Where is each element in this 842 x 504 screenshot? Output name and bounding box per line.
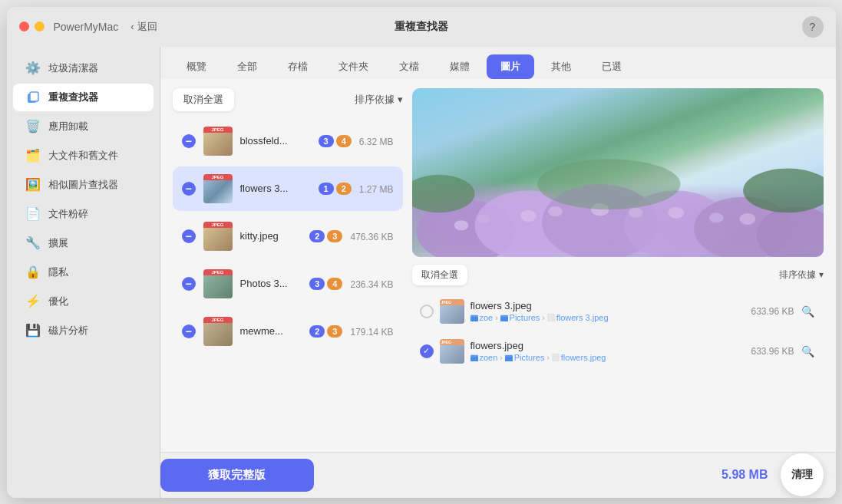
chevron-down-icon: ▾ — [398, 94, 403, 105]
tab-media[interactable]: 媒體 — [436, 54, 484, 79]
back-button[interactable]: ‹ 返回 — [130, 20, 157, 34]
detail-file-info: flowers 3.jpeg zoe › Pictu — [471, 300, 745, 322]
badge-group: 2 3 — [309, 230, 342, 242]
file-thumbnail: JPEG — [203, 317, 233, 346]
sidebar-item-label-optimization: 優化 — [48, 295, 68, 308]
similar-images-icon: 🖼️ — [25, 177, 41, 193]
optimization-icon: ⚡ — [25, 294, 41, 309]
clean-button[interactable]: 清理 — [781, 453, 824, 496]
list-item[interactable]: − JPEG Photos 3... 3 — [173, 262, 403, 306]
sidebar-item-label-uninstall: 應用卸載 — [48, 120, 88, 133]
disk-icon: 💾 — [25, 323, 41, 338]
badge-group: 3 4 — [319, 135, 352, 147]
traffic-lights — [19, 21, 45, 31]
sidebar-item-extensions[interactable]: 🔧 擴展 — [13, 229, 154, 257]
sidebar-item-label-disk: 磁片分析 — [48, 324, 88, 338]
tab-folder[interactable]: 文件夾 — [325, 54, 382, 79]
left-panel: 取消全選 排序依據 ▾ − JPEG — [173, 88, 403, 443]
deselect-item-button[interactable]: − — [182, 277, 196, 291]
svg-point-19 — [537, 159, 680, 209]
sidebar-item-optimization[interactable]: ⚡ 優化 — [13, 288, 154, 315]
svg-rect-23 — [548, 314, 554, 321]
detail-size: 633.96 KB — [751, 306, 794, 317]
file-checkbox-unchecked[interactable] — [420, 305, 434, 318]
sidebar-item-trash[interactable]: ⚙️ 垃圾清潔器 — [13, 54, 154, 82]
sidebar-item-disk[interactable]: 💾 磁片分析 — [13, 317, 154, 344]
badge-count: 2 — [309, 230, 325, 242]
detail-thumbnail: JPEG — [440, 339, 464, 364]
badge-count: 2 — [309, 325, 325, 338]
tab-selected[interactable]: 已選 — [588, 54, 636, 79]
minimize-button[interactable] — [35, 21, 45, 31]
list-item[interactable]: − JPEG flowers 3... 1 — [173, 166, 403, 211]
help-button[interactable]: ? — [802, 16, 824, 38]
sidebar-item-label-duplicate: 重複查找器 — [48, 91, 98, 104]
detail-row[interactable]: ✓ JPEG flowers.jpeg zoen — [412, 333, 824, 370]
file-size: 236.34 KB — [350, 279, 393, 290]
file-info: mewme... — [240, 325, 302, 337]
file-name: flowers 3... — [240, 183, 311, 194]
file-name: kitty.jpeg — [240, 230, 302, 242]
sidebar: ⚙️ 垃圾清潔器 重複查找器 🗑️ 應用卸載 🗂️ 大文件和舊文件 — [7, 47, 160, 498]
detail-row[interactable]: JPEG flowers 3.jpeg zoe — [412, 293, 824, 330]
file-info: blossfeld... — [240, 135, 311, 147]
file-checkbox-checked[interactable]: ✓ — [420, 344, 434, 358]
sidebar-item-label-shredder: 文件粉碎 — [48, 207, 88, 221]
deselect-item-button[interactable]: − — [182, 182, 196, 196]
tab-images[interactable]: 圖片 — [487, 54, 534, 79]
list-item[interactable]: − JPEG kitty.jpeg 2 — [173, 214, 403, 259]
svg-point-9 — [477, 214, 490, 223]
detail-file-name: flowers.jpeg — [471, 340, 745, 351]
file-thumbnail: JPEG — [203, 174, 233, 203]
sidebar-item-large-files[interactable]: 🗂️ 大文件和舊文件 — [13, 142, 154, 170]
path-user-folder: zoe — [471, 313, 494, 322]
path-user-folder: zoen — [471, 353, 498, 362]
duplicate-icon — [25, 90, 41, 105]
close-button[interactable] — [19, 21, 29, 31]
search-action-icon[interactable]: 🔍 — [801, 304, 816, 319]
list-item[interactable]: − JPEG mewme... 2 — [173, 309, 403, 354]
sort-button[interactable]: 排序依據 ▾ — [355, 93, 403, 107]
file-size: 476.36 KB — [350, 232, 393, 242]
tab-bar: 概覽 全部 存檔 文件夾 文檔 媒體 圖片 其他 已選 — [160, 47, 836, 79]
sidebar-item-uninstall[interactable]: 🗑️ 應用卸載 — [13, 113, 154, 140]
badge-total: 4 — [336, 135, 352, 147]
sidebar-item-similar-images[interactable]: 🖼️ 相似圖片查找器 — [13, 171, 154, 199]
svg-rect-25 — [471, 355, 473, 357]
badge-total: 4 — [327, 278, 342, 290]
deselect-item-button[interactable]: − — [182, 229, 196, 243]
deselect-item-button[interactable]: − — [182, 134, 196, 148]
svg-point-14 — [668, 206, 684, 218]
search-action-icon[interactable]: 🔍 — [801, 344, 816, 359]
tab-all[interactable]: 全部 — [223, 54, 271, 79]
tab-archive[interactable]: 存檔 — [274, 54, 322, 79]
sidebar-item-shredder[interactable]: 📄 文件粉碎 — [13, 200, 154, 228]
detail-panel-header: 取消全選 排序依據 ▾ — [412, 265, 824, 285]
detail-path: zoen › Pictures › — [471, 353, 745, 362]
file-thumbnail: JPEG — [203, 127, 233, 156]
file-name: blossfeld... — [240, 135, 311, 147]
list-item[interactable]: − JPEG blossfeld... 3 — [173, 119, 403, 163]
sidebar-item-privacy[interactable]: 🔒 隱私 — [13, 259, 154, 286]
shredder-icon: 📄 — [25, 206, 41, 222]
right-panel: 取消全選 排序依據 ▾ JPEG — [412, 88, 824, 443]
detail-size: 633.96 KB — [751, 346, 794, 357]
file-info: Photos 3... — [240, 278, 302, 289]
svg-rect-21 — [471, 315, 473, 317]
deselect-all-button[interactable]: 取消全選 — [173, 88, 234, 111]
deselect-item-button[interactable]: − — [182, 324, 196, 338]
svg-point-10 — [520, 209, 536, 221]
file-thumbnail: JPEG — [203, 222, 233, 251]
detail-file-name: flowers 3.jpeg — [471, 300, 745, 311]
tab-overview[interactable]: 概覽 — [173, 54, 220, 79]
detail-deselect-button[interactable]: 取消全選 — [412, 265, 467, 285]
tab-document[interactable]: 文檔 — [385, 54, 433, 79]
file-list: − JPEG blossfeld... 3 — [173, 119, 403, 443]
sidebar-item-duplicate[interactable]: 重複查找器 — [13, 84, 154, 111]
get-full-version-button[interactable]: 獲取完整版 — [160, 459, 314, 492]
path-file-icon: flowers 3.jpeg — [547, 313, 609, 322]
tab-other[interactable]: 其他 — [537, 54, 585, 79]
app-name: PowerMyMac — [54, 21, 119, 33]
footer: 獲取完整版 5.98 MB 清理 — [160, 452, 836, 498]
detail-sort-button[interactable]: 排序依據 ▾ — [779, 268, 823, 282]
